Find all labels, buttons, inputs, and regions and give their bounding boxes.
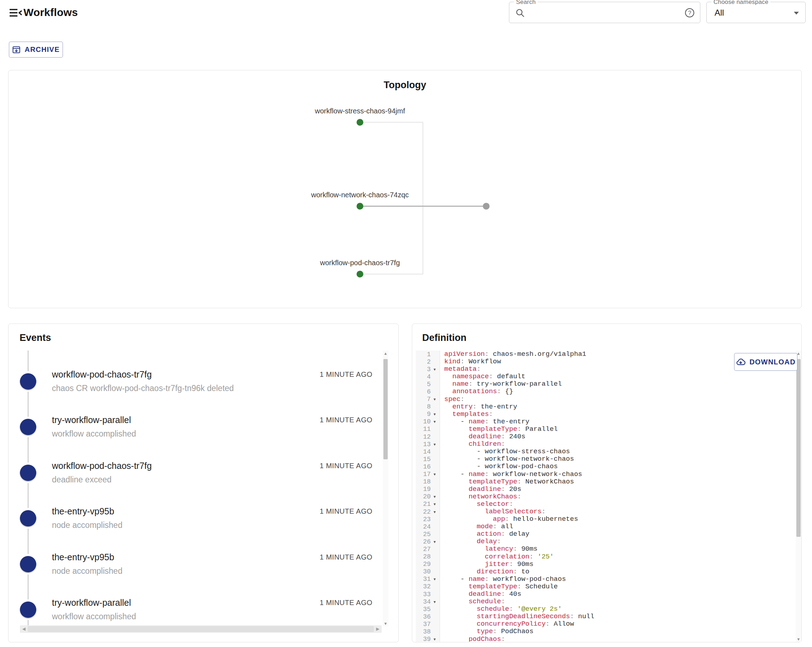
workflows-page: Workflows Search ? Choose namespace All (0, 0, 812, 647)
code-line: startingDeadlineSeconds: null (444, 613, 793, 620)
line-number: 6 (416, 388, 431, 395)
line-number: 36 (416, 613, 431, 620)
event-message: node accomplished (52, 566, 122, 576)
code-line: delay: (444, 538, 793, 545)
topology-graph: workflow-stress-chaos-94jmf workflow-net… (9, 70, 802, 309)
code-line: entry: the-entry (444, 403, 793, 411)
fold-arrow-icon[interactable]: ▾ (431, 367, 438, 372)
code-gutter: 123▾4567▾89▾10▾111213▾14151617▾181920▾21… (416, 350, 440, 642)
namespace-value: All (714, 8, 724, 18)
code-line: - workflow-pod-chaos (444, 463, 793, 470)
code-line: name: try-workflow-parallel (444, 381, 793, 388)
line-number: 3 (416, 366, 431, 373)
fold-arrow-icon[interactable]: ▾ (431, 577, 438, 582)
line-number: 26 (416, 538, 431, 545)
archive-icon (12, 46, 21, 54)
events-horizontal-scrollbar[interactable]: ◀ ▶ (20, 625, 382, 633)
timeline-dot (20, 601, 36, 618)
event-name: the-entry-vp95b (52, 552, 114, 562)
fold-arrow-icon[interactable]: ▾ (431, 494, 438, 499)
cloud-download-icon (736, 357, 745, 367)
definition-vertical-scrollbar[interactable]: ▲ ▼ (796, 350, 801, 642)
topology-node-label: workflow-pod-chaos-tr7fg (320, 259, 400, 266)
line-number: 24 (416, 523, 431, 530)
topology-node-pod-chaos[interactable] (357, 271, 363, 278)
code-line: templateType: NetworkChaos (444, 478, 793, 486)
event-name: workflow-pod-chaos-tr7fg (52, 369, 152, 380)
code-line: correlation: '25' (444, 553, 793, 560)
line-number: 18 (416, 478, 431, 485)
events-vscroll-thumb[interactable] (383, 359, 388, 459)
download-button[interactable]: DOWNLOAD (734, 353, 797, 371)
event-name: try-workflow-parallel (52, 415, 131, 425)
code-line: templates: (444, 411, 793, 418)
timeline-connector (28, 350, 29, 371)
scroll-up-icon[interactable]: ▲ (383, 350, 388, 356)
line-number: 8 (416, 403, 431, 410)
topology-node-network-chaos[interactable] (357, 203, 363, 210)
line-number: 1 (416, 351, 431, 358)
code-line: templateType: Parallel (444, 426, 793, 433)
events-timeline: workflow-pod-chaos-tr7fgchaos CR workflo… (9, 324, 398, 642)
fold-arrow-icon[interactable]: ▾ (431, 472, 438, 477)
event-message: workflow accomplished (52, 612, 136, 621)
code-line: direction: to (444, 568, 793, 575)
line-number: 34 (416, 598, 431, 605)
fold-arrow-icon[interactable]: ▾ (431, 502, 438, 507)
scroll-down-icon[interactable]: ▼ (796, 636, 801, 642)
archive-button[interactable]: ARCHIVE (9, 42, 63, 58)
fold-arrow-icon[interactable]: ▾ (431, 599, 438, 604)
code-line: children: (444, 440, 793, 448)
yaml-editor[interactable]: apiVersion: chaos-mesh.org/v1alpha1kind:… (444, 350, 793, 642)
timeline-dot (20, 556, 36, 572)
event-message: deadline exceed (52, 475, 112, 484)
definition-vscroll-thumb[interactable] (796, 359, 801, 537)
code-line: - name: workflow-pod-chaos (444, 575, 793, 583)
line-number: 32 (416, 583, 431, 590)
event-name: the-entry-vp95b (52, 506, 114, 516)
line-number: 35 (416, 606, 431, 613)
topology-junction-node[interactable] (483, 203, 490, 210)
fold-arrow-icon[interactable]: ▾ (431, 637, 438, 642)
scroll-down-icon[interactable]: ▼ (383, 621, 388, 626)
code-line: schedule: (444, 598, 793, 605)
definition-panel: Definition 123▾4567▾89▾10▾111213▾1415161… (412, 324, 802, 642)
events-hscroll-thumb[interactable] (28, 626, 374, 632)
line-number: 10 (416, 418, 431, 425)
code-line: templateType: Schedule (444, 583, 793, 591)
search-help-icon[interactable]: ? (684, 8, 695, 18)
topology-node-stress-chaos[interactable] (357, 119, 363, 126)
scroll-left-icon[interactable]: ◀ (21, 625, 27, 633)
line-number: 25 (416, 531, 431, 538)
timeline-dot (20, 464, 36, 481)
line-number: 16 (416, 463, 431, 470)
code-line: latency: 90ms (444, 545, 793, 553)
scroll-right-icon[interactable]: ▶ (374, 625, 381, 633)
namespace-label: Choose namespace (711, 0, 771, 6)
timeline-dot (20, 510, 36, 527)
fold-arrow-icon[interactable]: ▾ (431, 419, 438, 424)
topology-node-label: workflow-stress-chaos-94jmf (314, 107, 405, 115)
line-number: 27 (416, 546, 431, 553)
line-number: 12 (416, 433, 431, 440)
line-number: 33 (416, 591, 431, 598)
event-message: chaos CR workflow-pod-chaos-tr7fg-tn96k … (52, 384, 234, 393)
svg-text:?: ? (688, 10, 691, 16)
search-input[interactable] (529, 5, 647, 20)
line-number: 22 (416, 508, 431, 516)
line-number: 7 (416, 396, 431, 403)
line-number: 21 (416, 501, 431, 508)
line-number: 23 (416, 516, 431, 523)
sidebar-toggle-icon[interactable] (9, 7, 23, 19)
search-field[interactable]: Search ? (509, 2, 700, 23)
namespace-select[interactable]: Choose namespace All (707, 2, 806, 23)
fold-arrow-icon[interactable]: ▾ (431, 509, 438, 515)
fold-arrow-icon[interactable]: ▾ (431, 397, 438, 402)
fold-arrow-icon[interactable]: ▾ (431, 442, 438, 447)
line-number: 19 (416, 486, 431, 493)
line-number: 9 (416, 411, 431, 418)
events-vertical-scrollbar[interactable]: ▲ ▼ (383, 350, 388, 626)
fold-arrow-icon[interactable]: ▾ (431, 539, 438, 544)
timeline-dot (20, 373, 36, 390)
fold-arrow-icon[interactable]: ▾ (431, 412, 438, 417)
